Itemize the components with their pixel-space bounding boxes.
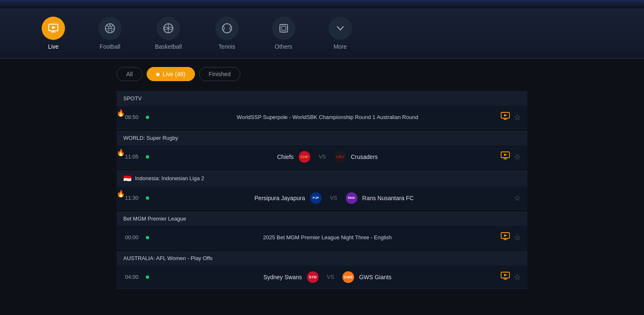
nav-item-more[interactable]: More — [312, 12, 369, 54]
table-row[interactable]: 🔥 11:30 Persipura Jayapura PJP VS RNS Ra… — [117, 186, 527, 210]
svg-line-7 — [107, 25, 109, 27]
chevron-down-icon — [334, 22, 346, 34]
live-indicator-dot — [146, 196, 149, 200]
match-time: 11:30 — [125, 195, 146, 201]
nav-live-label: Live — [48, 43, 59, 50]
live-indicator-dot — [146, 155, 149, 159]
svg-line-9 — [106, 29, 109, 29]
svg-marker-27 — [504, 154, 507, 156]
svg-line-11 — [108, 30, 109, 32]
svg-rect-16 — [280, 25, 287, 32]
match-time: 11:05 — [125, 154, 146, 160]
swans-logo: SYD — [307, 271, 319, 283]
crusaders-logo: CRU — [334, 151, 346, 163]
nav-basketball-label: Basketball — [155, 43, 182, 50]
svg-line-10 — [111, 29, 114, 29]
match-actions: ☆ — [501, 271, 521, 283]
team2-name: Rans Nusantara FC — [362, 195, 414, 201]
section-indonesia-liga2: 🇮🇩 Indonesia: Indonesian Liga 2 — [117, 170, 527, 186]
section-liga2-title: Indonesia: Indonesian Liga 2 — [135, 175, 204, 181]
nav-others-label: Others — [275, 43, 292, 50]
section-super-rugby: WORLD: Super Rugby — [117, 131, 527, 145]
favorite-star-icon[interactable]: ☆ — [514, 193, 521, 203]
nav-item-football[interactable]: Football — [82, 12, 138, 54]
live-icon-wrap — [42, 17, 65, 40]
tv-watch-icon[interactable] — [501, 271, 510, 283]
filter-all-btn[interactable]: All — [117, 67, 142, 81]
favorite-star-icon[interactable]: ☆ — [514, 113, 521, 122]
favorite-star-icon[interactable]: ☆ — [514, 152, 521, 161]
svg-rect-17 — [282, 26, 286, 30]
match-actions: ☆ — [501, 151, 521, 162]
hot-fire-icon: 🔥 — [117, 149, 125, 156]
svg-line-12 — [111, 30, 112, 32]
live-icon — [47, 22, 59, 34]
favorite-star-icon[interactable]: ☆ — [514, 233, 521, 242]
basketball-icon — [162, 22, 174, 34]
indonesia-flag-icon: 🇮🇩 — [123, 174, 132, 182]
favorite-star-icon[interactable]: ☆ — [514, 273, 521, 282]
table-row[interactable]: 04:00 Sydney Swans SYD VS GWS GWS Giants… — [117, 265, 527, 289]
vs-separator: VS — [330, 195, 337, 201]
table-row[interactable]: 🔥 11:05 Chiefs CHF VS CRU Crusaders ☆ — [117, 145, 527, 169]
section-afl-women: AUSTRALIA: AFL Women - Play Offs — [117, 251, 527, 265]
svg-marker-5 — [109, 25, 111, 29]
svg-line-8 — [111, 25, 113, 27]
more-icon-wrap — [329, 17, 352, 40]
nav-item-tennis[interactable]: Tennis — [199, 12, 255, 54]
match-content: Sydney Swans SYD VS GWS GWS Giants — [154, 271, 501, 283]
tv-watch-icon[interactable] — [501, 232, 510, 243]
section-spotv: SPOTV — [117, 91, 527, 106]
others-icon — [278, 22, 290, 34]
basketball-icon-wrap — [157, 17, 180, 40]
chiefs-logo: CHF — [299, 151, 310, 163]
tennis-icon-wrap — [215, 17, 239, 40]
vs-separator: VS — [319, 154, 326, 160]
match-content: 2025 Bet MGM Premier League Night Three … — [154, 234, 501, 241]
nav-football-label: Football — [100, 43, 120, 50]
football-icon-wrap — [98, 17, 122, 40]
match-time: 04:00 — [125, 274, 146, 280]
live-btn-label: Live (48) — [162, 71, 185, 77]
live-pulse-dot — [156, 73, 160, 76]
live-indicator-dot — [146, 116, 149, 119]
match-actions: ☆ — [514, 193, 521, 203]
match-content: Chiefs CHF VS CRU Crusaders — [154, 151, 501, 163]
giants-logo: GWS — [342, 271, 354, 283]
section-bet-mgm: Bet MGM Premier League — [117, 211, 527, 226]
tv-watch-icon[interactable] — [501, 112, 510, 123]
tennis-icon — [221, 22, 233, 34]
persipura-logo: PJP — [310, 192, 322, 204]
football-icon — [104, 22, 116, 34]
svg-marker-35 — [504, 274, 507, 276]
table-row[interactable]: 🔥 08:50 WorldSSP Superpole - WorldSBK Ch… — [117, 106, 527, 129]
svg-marker-1 — [52, 26, 56, 29]
top-nav: Live Football — [0, 8, 644, 59]
match-content: Persipura Jayapura PJP VS RNS Rans Nusan… — [154, 192, 514, 204]
match-time: 08:50 — [125, 114, 146, 120]
nav-tennis-label: Tennis — [218, 43, 235, 50]
section-spotv-title: SPOTV — [123, 95, 142, 102]
match-content: WorldSSP Superpole - WorldSBK Championsh… — [154, 114, 501, 120]
nav-item-others[interactable]: Others — [255, 12, 312, 54]
match-title: 2025 Bet MGM Premier League Night Three … — [263, 234, 392, 241]
svg-marker-23 — [504, 114, 507, 117]
team2-name: Crusaders — [351, 154, 378, 160]
filter-bar: All Live (48) Finished — [0, 59, 644, 89]
tv-watch-icon[interactable] — [501, 151, 510, 162]
match-list: SPOTV 🔥 08:50 WorldSSP Superpole - World… — [0, 89, 644, 289]
team1-name: Chiefs — [277, 154, 294, 160]
vs-separator: VS — [327, 274, 334, 280]
filter-live-btn[interactable]: Live (48) — [147, 67, 195, 81]
nav-item-basketball[interactable]: Basketball — [138, 12, 199, 54]
filter-finished-btn[interactable]: Finished — [199, 67, 240, 81]
bg-header — [0, 0, 644, 8]
nav-item-live[interactable]: Live — [25, 12, 82, 54]
section-mgm-title: Bet MGM Premier League — [123, 216, 186, 222]
table-row[interactable]: 00:00 2025 Bet MGM Premier League Night … — [117, 226, 527, 249]
nav-more-label: More — [334, 43, 347, 50]
svg-point-15 — [222, 24, 232, 33]
svg-marker-31 — [504, 234, 507, 237]
rans-logo: RNS — [346, 192, 357, 204]
live-indicator-dot — [146, 275, 149, 279]
